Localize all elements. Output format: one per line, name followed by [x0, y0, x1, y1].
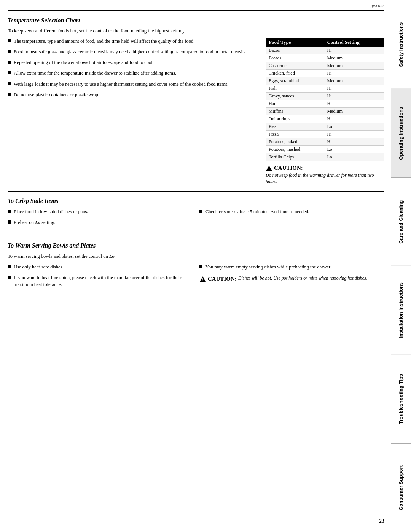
- bullet-icon: [8, 93, 11, 96]
- table-row: BaconHi: [266, 47, 384, 54]
- warm-section-title: To Warm Serving Bowls and Plates: [8, 242, 384, 249]
- warm-left-col: Use only heat-safe dishes. If you want t…: [8, 264, 192, 292]
- crisp-bullet-list-left: Place food in low-sided dishes or pans. …: [8, 208, 192, 226]
- list-item: Check crispness after 45 minutes. Add ti…: [199, 208, 384, 215]
- list-item: Allow extra time for the temperature ins…: [8, 70, 258, 77]
- svg-text:!: !: [268, 167, 269, 171]
- bullet-icon: [8, 39, 11, 42]
- warm-right-col: You may warm empty serving dishes while …: [199, 264, 384, 292]
- warm-section: To Warm Serving Bowls and Plates To warm…: [0, 238, 391, 296]
- crisp-bullet-list-right: Check crispness after 45 minutes. Add ti…: [199, 208, 384, 215]
- food-type-header: Food Type: [266, 38, 324, 47]
- control-setting-header: Control Setting: [324, 38, 384, 47]
- bullet-icon: [8, 265, 11, 268]
- warm-bullet-list-right: You may warm empty serving dishes while …: [199, 264, 384, 270]
- list-item: Food in heat-safe glass and glass-cerami…: [8, 48, 258, 55]
- warm-intro: To warm serving bowls and plates, set th…: [8, 253, 384, 260]
- food-table: Food Type Control Setting BaconHiBreadsM…: [266, 38, 384, 161]
- temp-caution: ! CAUTION: Do not keep food in the warmi…: [266, 164, 384, 185]
- crisp-section: To Crisp Stale Items Place food in low-s…: [0, 194, 391, 233]
- table-row: Potatoes, bakedHi: [266, 138, 384, 146]
- table-row: Tortilla ChipsLo: [266, 153, 384, 161]
- list-item: If you want to heat fine china, please c…: [8, 274, 192, 288]
- tab-troubleshooting[interactable]: Troubleshooting Tips: [391, 355, 411, 443]
- table-row: Gravy, saucesHi: [266, 93, 384, 100]
- bullet-icon: [8, 220, 11, 224]
- tab-consumer[interactable]: Consumer Support: [391, 443, 411, 532]
- tab-safety[interactable]: Safety Instructions: [391, 0, 411, 89]
- list-item: Repeated opening of the drawer allows ho…: [8, 59, 258, 66]
- list-item: Preheat on Lo setting.: [8, 219, 192, 226]
- website-header: ge.com: [0, 0, 391, 10]
- table-row: Potatoes, mashedLo: [266, 146, 384, 153]
- table-row: Eggs, scrambledMedium: [266, 77, 384, 85]
- crisp-left-col: Place food in low-sided dishes or pans. …: [8, 208, 192, 230]
- temp-section: Temperature Selection Chart To keep seve…: [0, 11, 391, 189]
- divider-1: [8, 191, 384, 192]
- table-row: Chicken, friedHi: [266, 70, 384, 77]
- list-item: You may warm empty serving dishes while …: [199, 264, 384, 270]
- bullet-icon: [8, 71, 11, 74]
- list-item: The temperature, type and amount of food…: [8, 38, 258, 45]
- bullet-icon: [8, 50, 11, 53]
- crisp-right-col: Check crispness after 45 minutes. Add ti…: [199, 208, 384, 230]
- crisp-section-title: To Crisp Stale Items: [8, 198, 384, 204]
- table-row: FishHi: [266, 85, 384, 93]
- list-item: Place food in low-sided dishes or pans.: [8, 208, 192, 215]
- list-item: Do not use plastic containers or plastic…: [8, 91, 258, 98]
- table-row: CasseroleMedium: [266, 62, 384, 70]
- list-item: Use only heat-safe dishes.: [8, 264, 192, 270]
- table-row: MuffinsMedium: [266, 108, 384, 115]
- divider-2: [8, 236, 384, 236]
- tab-installation[interactable]: Installation Instructions: [391, 266, 411, 355]
- bullet-icon: [199, 210, 202, 213]
- side-tabs: Safety Instructions Operating Instructio…: [391, 0, 411, 532]
- temp-two-col: The temperature, type and amount of food…: [8, 38, 384, 185]
- temp-right-col: Food Type Control Setting BaconHiBreadsM…: [266, 38, 384, 185]
- main-content: ge.com Temperature Selection Chart To ke…: [0, 0, 391, 532]
- table-row: PizzaHi: [266, 131, 384, 138]
- bullet-icon: [199, 265, 202, 268]
- bullet-icon: [8, 61, 11, 64]
- table-row: PiesLo: [266, 123, 384, 131]
- svg-text:!: !: [202, 278, 203, 282]
- warm-two-col: Use only heat-safe dishes. If you want t…: [8, 264, 384, 292]
- temp-section-subtitle: To keep several different foods hot, set…: [8, 28, 384, 34]
- page-number: 23: [379, 518, 384, 524]
- temp-left-col: The temperature, type and amount of food…: [8, 38, 258, 102]
- tab-operating[interactable]: Operating Instructions: [391, 89, 411, 177]
- warm-bullet-list-left: Use only heat-safe dishes. If you want t…: [8, 264, 192, 288]
- bullet-icon: [8, 82, 11, 85]
- warning-icon-2: !: [199, 276, 206, 282]
- temp-bullet-list: The temperature, type and amount of food…: [8, 38, 258, 98]
- warning-icon: !: [266, 165, 272, 171]
- bullet-icon: [8, 276, 11, 279]
- tab-care[interactable]: Care and Cleaning: [391, 177, 411, 266]
- table-row: Onion ringsHi: [266, 115, 384, 123]
- bullet-icon: [8, 210, 11, 213]
- list-item: With large loads it may be necessary to …: [8, 81, 258, 88]
- table-row: HamHi: [266, 100, 384, 108]
- table-row: BreadsMedium: [266, 54, 384, 62]
- crisp-two-col: Place food in low-sided dishes or pans. …: [8, 208, 384, 230]
- temp-section-title: Temperature Selection Chart: [8, 17, 384, 24]
- warm-caution: ! CAUTION: Dishes will be hot. Use pot h…: [199, 275, 384, 283]
